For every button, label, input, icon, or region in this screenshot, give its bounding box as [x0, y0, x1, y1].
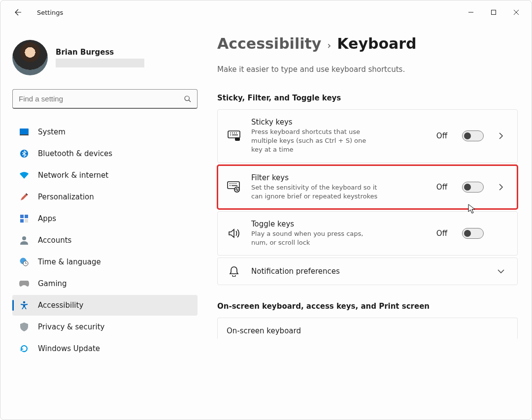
svg-rect-5 [20, 215, 24, 218]
svg-point-12 [23, 301, 26, 304]
sidebar-item-accounts[interactable]: Accounts [12, 230, 198, 251]
sidebar-item-update[interactable]: Windows Update [12, 338, 198, 359]
sidebar-item-gaming[interactable]: Gaming [12, 273, 198, 294]
card-title: Sticky keys [251, 118, 379, 127]
brush-icon [19, 192, 29, 202]
sticky-keys-toggle[interactable] [462, 130, 484, 141]
card-toggle-keys[interactable]: Toggle keys Play a sound when you press … [217, 211, 518, 256]
sidebar-item-label: Privacy & security [38, 323, 104, 331]
svg-rect-2 [20, 129, 29, 134]
section-title-keys: Sticky, Filter, and Toggle keys [217, 94, 518, 102]
nav-list: System Bluetooth & devices Network & int… [12, 122, 198, 359]
keyboard-filter-icon [227, 181, 241, 193]
profile-name: Brian Burgess [56, 48, 144, 57]
toggle-state-label: Off [436, 131, 447, 140]
update-icon [19, 344, 29, 354]
sidebar-item-label: System [38, 128, 66, 136]
profile-block[interactable]: Brian Burgess [12, 40, 198, 75]
breadcrumb-parent[interactable]: Accessibility [217, 35, 321, 52]
card-desc: Press keyboard shortcuts that use multip… [251, 128, 379, 155]
page-subtitle: Make it easier to type and use keyboard … [217, 65, 518, 74]
expand-button[interactable] [494, 269, 508, 274]
chevron-down-icon [497, 269, 505, 274]
keyboard-icon [227, 130, 241, 141]
person-icon [19, 235, 29, 245]
svg-point-1 [185, 96, 189, 100]
card-title: Toggle keys [251, 220, 379, 228]
sidebar-item-label: Accounts [38, 236, 71, 245]
sidebar-item-label: Bluetooth & devices [38, 149, 112, 158]
sidebar-item-privacy[interactable]: Privacy & security [12, 317, 198, 337]
sidebar-item-network[interactable]: Network & internet [12, 165, 198, 186]
sidebar: Brian Burgess System Bluetooth & devices… [0, 24, 207, 420]
svg-rect-3 [20, 134, 29, 135]
toggle-state-label: Off [436, 229, 447, 238]
sidebar-item-label: Gaming [38, 279, 67, 288]
sidebar-item-apps[interactable]: Apps [12, 208, 198, 229]
sidebar-item-label: Network & internet [38, 171, 108, 180]
toggle-state-label: Off [436, 183, 447, 192]
expand-button[interactable] [494, 183, 508, 191]
card-title: On-screen keyboard [227, 326, 508, 335]
breadcrumb: Accessibility › Keyboard [217, 35, 518, 52]
search-box[interactable] [12, 89, 198, 109]
page-title: Keyboard [337, 35, 416, 52]
close-icon [513, 9, 519, 15]
section-title-osk: On-screen keyboard, access keys, and Pri… [217, 302, 518, 311]
sidebar-item-label: Time & language [38, 258, 101, 266]
chevron-right-icon [499, 183, 503, 191]
minimize-icon [468, 9, 474, 15]
card-notification-preferences[interactable]: Notification preferences [217, 258, 518, 285]
sound-icon [227, 228, 241, 238]
sidebar-item-label: Personalization [38, 193, 94, 201]
shield-icon [19, 322, 29, 332]
accessibility-icon [19, 300, 29, 310]
card-on-screen-keyboard[interactable]: On-screen keyboard [217, 318, 518, 339]
display-icon [19, 127, 29, 137]
search-input[interactable] [12, 89, 198, 109]
card-sticky-keys[interactable]: Sticky keys Press keyboard shortcuts tha… [217, 109, 518, 163]
sidebar-item-system[interactable]: System [12, 122, 198, 142]
apps-icon [19, 214, 29, 224]
svg-rect-8 [25, 219, 28, 223]
card-title: Notification preferences [251, 267, 484, 276]
maximize-icon [491, 9, 497, 15]
filter-keys-toggle[interactable] [462, 182, 484, 193]
sidebar-item-accessibility[interactable]: Accessibility [12, 295, 198, 316]
window-title: Settings [37, 9, 63, 16]
svg-rect-7 [20, 219, 24, 223]
chevron-right-icon: › [327, 39, 331, 51]
card-filter-keys[interactable]: Filter keys Set the sensitivity of the k… [217, 165, 518, 209]
back-button[interactable] [8, 2, 28, 22]
svg-point-9 [22, 236, 26, 240]
card-desc: Play a sound when you press caps, num, o… [251, 229, 379, 247]
globe-clock-icon [19, 257, 29, 267]
profile-email-redacted [56, 59, 144, 67]
sidebar-item-bluetooth[interactable]: Bluetooth & devices [12, 143, 198, 164]
svg-rect-13 [228, 131, 240, 138]
sidebar-item-label: Accessibility [38, 301, 83, 310]
avatar [12, 40, 48, 75]
chevron-right-icon [499, 132, 503, 140]
sidebar-item-label: Windows Update [38, 344, 100, 353]
arrow-left-icon [14, 8, 23, 17]
expand-button[interactable] [494, 132, 508, 140]
card-title: Filter keys [251, 173, 379, 182]
svg-rect-0 [492, 10, 496, 15]
card-desc: Set the sensitivity of the keyboard so i… [251, 183, 379, 201]
bluetooth-icon [19, 149, 29, 159]
search-icon [184, 95, 192, 103]
minimize-button[interactable] [460, 4, 482, 20]
maximize-button[interactable] [482, 4, 505, 20]
svg-rect-6 [25, 215, 28, 218]
bell-icon [227, 266, 241, 277]
content-pane: Accessibility › Keyboard Make it easier … [207, 24, 532, 420]
sidebar-item-time[interactable]: Time & language [12, 252, 198, 272]
sidebar-item-label: Apps [38, 214, 56, 223]
close-button[interactable] [505, 4, 528, 20]
sidebar-item-personalization[interactable]: Personalization [12, 187, 198, 207]
titlebar: Settings [0, 0, 532, 24]
svg-point-16 [238, 139, 239, 140]
toggle-keys-toggle[interactable] [462, 228, 484, 239]
wifi-icon [19, 170, 29, 180]
